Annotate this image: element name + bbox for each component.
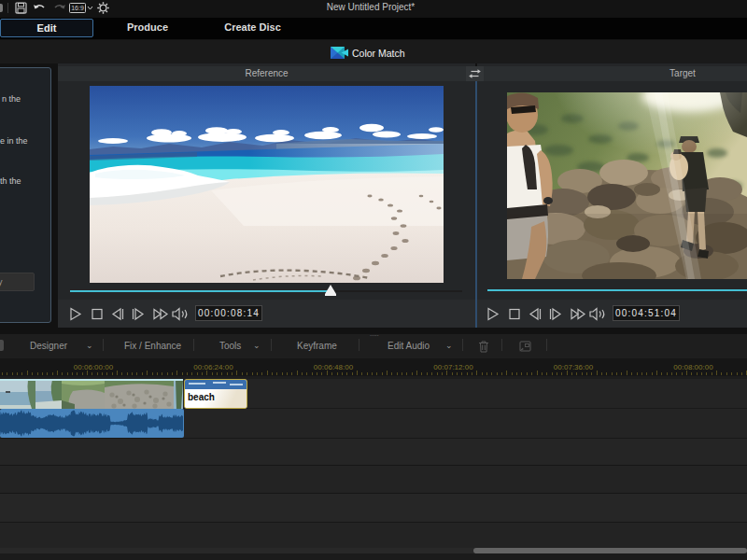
svg-text:16:9: 16:9 — [71, 5, 84, 11]
